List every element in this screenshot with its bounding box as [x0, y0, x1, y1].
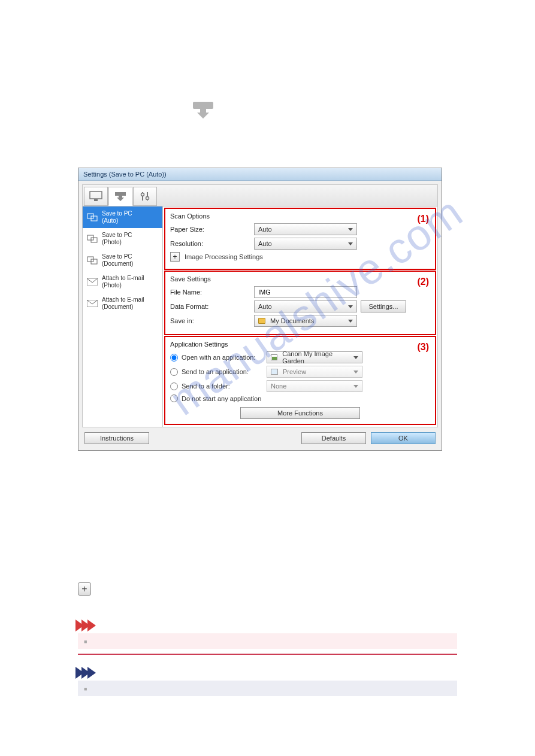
savein-label: Save in: — [170, 317, 254, 324]
bullet-icon: ■ — [84, 686, 87, 692]
paper-size-value: Auto — [258, 226, 272, 233]
resolution-value: Auto — [258, 240, 272, 247]
expand-button[interactable]: + — [170, 252, 180, 262]
send-folder-radio[interactable] — [170, 382, 178, 390]
sidebar-item-mail-doc[interactable]: Attach to E-mail (Document) — [83, 293, 162, 314]
more-functions-button[interactable]: More Functions — [240, 407, 360, 419]
dataformat-label: Data Format: — [170, 303, 254, 310]
preview-icon — [271, 369, 278, 375]
sidebar-item-label: Attach to E-mail (Photo) — [102, 275, 144, 289]
plus-icon: + — [78, 582, 91, 596]
paper-size-dropdown[interactable]: Auto — [254, 223, 357, 235]
open-with-radio[interactable] — [170, 354, 178, 362]
sidebar-item-save-photo[interactable]: Save to PC (Photo) — [83, 228, 162, 250]
section-number: (3) — [417, 342, 429, 353]
send-app-radio[interactable] — [170, 368, 178, 376]
tab-settings[interactable] — [133, 187, 157, 206]
settings-dialog: Settings (Save to PC (Auto)) — [78, 168, 442, 451]
save-settings-section: (2) Save Settings File Name: Data Format… — [164, 271, 436, 335]
section-title: Application Settings — [170, 341, 430, 348]
application-settings-section: (3) Application Settings Open with an ap… — [164, 336, 436, 425]
svg-rect-3 — [115, 192, 126, 196]
paper-size-label: Paper Size: — [170, 226, 254, 233]
section-number: (1) — [417, 214, 429, 224]
resolution-label: Resolution: — [170, 240, 254, 247]
no-start-radio[interactable] — [170, 394, 178, 402]
svg-rect-0 — [193, 102, 213, 109]
svg-rect-1 — [90, 192, 102, 199]
tabs-row — [82, 184, 438, 206]
send-folder-dropdown[interactable]: None — [267, 380, 362, 392]
section-title: Save Settings — [170, 275, 430, 283]
tab-download[interactable] — [108, 187, 132, 206]
open-with-label: Open with an application: — [182, 354, 263, 361]
savein-dropdown[interactable]: My Documents — [254, 315, 357, 327]
filename-label: File Name: — [170, 289, 254, 296]
ok-button[interactable]: OK — [371, 432, 436, 444]
sidebar-item-label: Save to PC (Photo) — [102, 232, 132, 246]
pc-icon — [86, 234, 98, 244]
send-folder-label: Send to a folder: — [182, 382, 263, 390]
pc-icon — [86, 212, 98, 222]
dataformat-dropdown[interactable]: Auto — [254, 300, 357, 312]
dialog-footer: Instructions Defaults OK — [82, 427, 438, 447]
send-app-dropdown[interactable]: Preview — [267, 366, 362, 378]
send-folder-value: None — [271, 382, 286, 390]
bullet-icon: ■ — [84, 639, 87, 645]
resolution-dropdown[interactable]: Auto — [254, 238, 357, 250]
filename-input[interactable] — [254, 286, 357, 298]
arrow-red-icon — [78, 620, 457, 631]
svg-point-7 — [146, 197, 149, 200]
sidebar: Save to PC (Auto) Save to PC (Photo) Sav… — [83, 207, 163, 427]
savein-value: My Documents — [270, 317, 314, 324]
sidebar-item-label: Attach to E-mail (Document) — [102, 296, 144, 311]
pc-icon — [86, 256, 98, 265]
folder-icon — [258, 318, 265, 324]
tab-monitor[interactable] — [84, 187, 108, 206]
format-settings-button[interactable]: Settings... — [361, 300, 406, 312]
open-with-value: Canon My Image Garden — [282, 350, 351, 365]
scan-options-section: (1) Scan Options Paper Size: Auto Resolu… — [164, 208, 436, 270]
sidebar-item-save-doc[interactable]: Save to PC (Document) — [83, 250, 162, 271]
sidebar-item-label: Save to PC (Document) — [102, 253, 133, 268]
defaults-button[interactable]: Defaults — [301, 432, 366, 444]
download-icon-large — [192, 101, 214, 120]
image-processing-label: Image Processing Settings — [185, 253, 263, 260]
app-icon — [271, 354, 277, 360]
section-number: (2) — [417, 277, 429, 287]
sidebar-item-save-auto[interactable]: Save to PC (Auto) — [83, 207, 162, 228]
instructions-button[interactable]: Instructions — [84, 432, 149, 444]
send-app-label: Send to an application: — [182, 368, 263, 375]
svg-point-5 — [141, 193, 144, 196]
svg-rect-2 — [94, 199, 98, 201]
mail-icon — [86, 277, 98, 287]
sidebar-item-label: Save to PC (Auto) — [102, 210, 132, 224]
mail-icon — [86, 299, 98, 308]
dataformat-value: Auto — [258, 303, 272, 310]
dialog-title: Settings (Save to PC (Auto)) — [78, 168, 442, 181]
open-with-dropdown[interactable]: Canon My Image Garden — [267, 351, 362, 363]
no-start-label: Do not start any application — [182, 395, 261, 402]
send-app-value: Preview — [283, 368, 306, 375]
section-title: Scan Options — [170, 212, 430, 220]
arrow-blue-icon — [78, 667, 457, 679]
sidebar-item-mail-photo[interactable]: Attach to E-mail (Photo) — [83, 271, 162, 293]
